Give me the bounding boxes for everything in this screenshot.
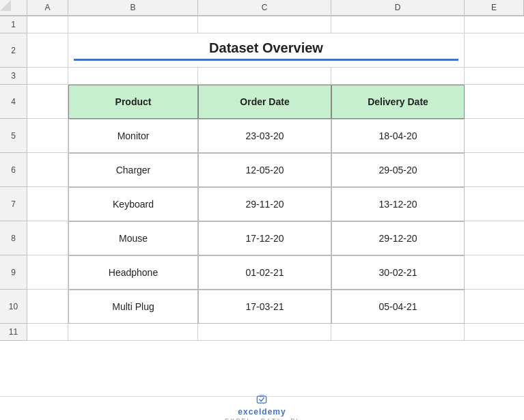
cell-delivery-5[interactable]: 30-02-21 — [331, 255, 465, 290]
column-headers: A B C D E — [0, 0, 524, 16]
table-row-headphone: 9 Headphone 01-02-21 30-02-21 — [0, 255, 524, 290]
row-num-9: 9 — [0, 255, 27, 290]
cell-1c[interactable] — [198, 16, 331, 33]
footer: exceldemy EXCEL · DATA · BI — [0, 396, 524, 420]
row-11: 11 — [0, 324, 524, 341]
cell-delivery-2[interactable]: 29-05-20 — [331, 153, 465, 187]
cell-2e[interactable] — [465, 33, 524, 68]
row-num-1: 1 — [0, 16, 27, 33]
grid-body: 1 2 Dataset Overview 3 — [0, 16, 524, 396]
cell-product-2[interactable]: Charger — [68, 153, 198, 187]
col-header-delivery-date[interactable]: Delivery Date — [331, 85, 465, 119]
cell-1e[interactable] — [465, 16, 524, 33]
cell-3a[interactable] — [27, 68, 68, 85]
table-row-charger: 6 Charger 12-05-20 29-05-20 — [0, 153, 524, 187]
cell-9e[interactable] — [465, 255, 524, 290]
table-row-keyboard: 7 Keyboard 29-11-20 13-12-20 — [0, 187, 524, 221]
row-num-11: 11 — [0, 324, 27, 341]
cell-11c[interactable] — [198, 324, 331, 341]
cell-9a[interactable] — [27, 255, 68, 290]
cell-delivery-1[interactable]: 18-04-20 — [331, 119, 465, 153]
col-header-product[interactable]: Product — [68, 85, 198, 119]
row-num-4: 4 — [0, 85, 27, 119]
cell-8a[interactable] — [27, 221, 68, 255]
col-header-e[interactable]: E — [465, 0, 524, 16]
cell-10e[interactable] — [465, 290, 524, 324]
cell-order-4[interactable]: 17-12-20 — [198, 221, 331, 255]
table-row-multiplug: 10 Multi Plug 17-03-21 05-04-21 — [0, 290, 524, 324]
cell-5e[interactable] — [465, 119, 524, 153]
cell-order-5[interactable]: 01-02-21 — [198, 255, 331, 290]
col-header-c[interactable]: C — [198, 0, 331, 16]
cell-1d[interactable] — [331, 16, 465, 33]
cell-5a[interactable] — [27, 119, 68, 153]
cell-product-6[interactable]: Multi Plug — [68, 290, 198, 324]
row-num-3: 3 — [0, 68, 27, 85]
cell-product-4[interactable]: Mouse — [68, 221, 198, 255]
cell-1b[interactable] — [68, 16, 198, 33]
cell-4e[interactable] — [465, 85, 524, 119]
cell-3b[interactable] — [68, 68, 198, 85]
cell-delivery-4[interactable]: 29-12-20 — [331, 221, 465, 255]
cell-2a[interactable] — [27, 33, 68, 68]
cell-1a[interactable] — [27, 16, 68, 33]
row-num-5: 5 — [0, 119, 27, 153]
cell-product-5[interactable]: Headphone — [68, 255, 198, 290]
brand-icon — [255, 393, 268, 406]
col-header-order-date[interactable]: Order Date — [198, 85, 331, 119]
brand-tagline: EXCEL · DATA · BI — [225, 417, 299, 420]
cell-11e[interactable] — [465, 324, 524, 341]
cell-3c[interactable] — [198, 68, 331, 85]
svg-rect-2 — [260, 395, 264, 397]
cell-delivery-6[interactable]: 05-04-21 — [331, 290, 465, 324]
cell-product-3[interactable]: Keyboard — [68, 187, 198, 221]
row-4-table-header: 4 Product Order Date Delivery Date — [0, 85, 524, 119]
cell-delivery-3[interactable]: 13-12-20 — [331, 187, 465, 221]
cell-10a[interactable] — [27, 290, 68, 324]
row-num-10: 10 — [0, 290, 27, 324]
row-num-7: 7 — [0, 187, 27, 221]
spreadsheet: A B C D E 1 2 Dataset Overview 3 — [0, 0, 524, 420]
svg-marker-0 — [0, 0, 11, 11]
row-1: 1 — [0, 16, 524, 33]
title-cell: Dataset Overview — [68, 33, 465, 68]
corner-cell — [0, 0, 27, 16]
cell-11a[interactable] — [27, 324, 68, 341]
cell-4a[interactable] — [27, 85, 68, 119]
cell-11b[interactable] — [68, 324, 198, 341]
row-2: 2 Dataset Overview — [0, 33, 524, 68]
cell-order-1[interactable]: 23-03-20 — [198, 119, 331, 153]
cell-7a[interactable] — [27, 187, 68, 221]
cell-3e[interactable] — [465, 68, 524, 85]
col-header-a[interactable]: A — [27, 0, 68, 16]
table-row-mouse: 8 Mouse 17-12-20 29-12-20 — [0, 221, 524, 255]
cell-order-6[interactable]: 17-03-21 — [198, 290, 331, 324]
cell-6e[interactable] — [465, 153, 524, 187]
brand-logo: exceldemy EXCEL · DATA · BI — [225, 393, 299, 420]
cell-order-2[interactable]: 12-05-20 — [198, 153, 331, 187]
cell-8e[interactable] — [465, 221, 524, 255]
cell-3d[interactable] — [331, 68, 465, 85]
cell-6a[interactable] — [27, 153, 68, 187]
col-header-b[interactable]: B — [68, 0, 198, 16]
title-underline — [74, 59, 458, 61]
row-3: 3 — [0, 68, 524, 85]
brand-name: exceldemy — [238, 407, 286, 417]
cell-product-1[interactable]: Monitor — [68, 119, 198, 153]
row-num-2: 2 — [0, 33, 27, 68]
cell-7e[interactable] — [465, 187, 524, 221]
col-header-d[interactable]: D — [331, 0, 465, 16]
table-row-monitor: 5 Monitor 23-03-20 18-04-20 — [0, 119, 524, 153]
row-num-6: 6 — [0, 153, 27, 187]
page-title: Dataset Overview — [209, 40, 323, 56]
cell-11d[interactable] — [331, 324, 465, 341]
row-num-8: 8 — [0, 221, 27, 255]
cell-order-3[interactable]: 29-11-20 — [198, 187, 331, 221]
